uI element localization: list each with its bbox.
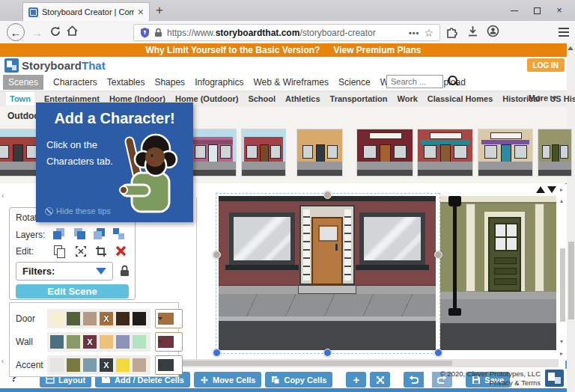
subnav-item-classical-homes[interactable]: Classical Homes xyxy=(428,94,493,103)
send-to-back-icon[interactable] xyxy=(113,228,125,240)
canvas-horizontal-scrollbar[interactable] xyxy=(135,359,559,367)
url-bar[interactable]: https://www.storyboardthat.com/storyboar… xyxy=(133,24,440,41)
new-tab-button[interactable]: + xyxy=(156,3,163,18)
filters-dropdown[interactable]: Filters: xyxy=(16,262,113,281)
tab-science[interactable]: Science xyxy=(338,77,371,88)
swatch-door-4[interactable] xyxy=(116,312,130,325)
palette-dropdown-wall[interactable] xyxy=(155,332,183,352)
scene-thumbnail-street-corner-pink-awning[interactable] xyxy=(189,129,237,177)
more-menu[interactable]: More xyxy=(529,94,557,102)
swatch-wall-5[interactable] xyxy=(133,335,146,349)
tab-textables[interactable]: Textables xyxy=(107,77,145,88)
canvas-scroll-right-icon2[interactable]: ▸ xyxy=(560,350,563,357)
reload-icon[interactable] xyxy=(49,25,61,37)
canvas-scroll-up-icon[interactable] xyxy=(536,186,545,193)
subnav-item-work[interactable]: Work xyxy=(398,94,418,103)
privacy-terms-link[interactable]: Privacy & Terms xyxy=(440,379,541,388)
scene-thumbnail-teal-awning-shop[interactable] xyxy=(417,129,473,177)
canvas-scroll-up-arrow[interactable]: ▴ xyxy=(560,197,563,204)
swatch-accent-1[interactable] xyxy=(67,358,80,372)
scene-thumbnail-olive-townhouse[interactable] xyxy=(538,129,572,177)
swatch-wall-3[interactable] xyxy=(100,335,113,349)
swatch-wall-1[interactable] xyxy=(67,335,80,349)
subnav-item-town[interactable]: Town xyxy=(6,92,34,105)
palette-dropdown-accent[interactable] xyxy=(155,355,183,375)
canvas-scroll-right-icon[interactable]: ▸ xyxy=(560,186,563,193)
footer-logo-icon[interactable] xyxy=(545,370,564,387)
crop-icon[interactable] xyxy=(95,245,107,257)
page-actions-icon[interactable]: ••• xyxy=(409,28,420,37)
canvas-vscroll-thumb[interactable] xyxy=(560,248,565,322)
menu-hamburger-icon[interactable] xyxy=(559,28,569,29)
swatch-accent-2[interactable] xyxy=(83,358,97,372)
scrollbar-up-icon[interactable] xyxy=(568,46,574,50)
move-cells-button[interactable]: Move Cells xyxy=(194,372,261,388)
bookmark-star-icon[interactable]: ☆ xyxy=(424,27,433,39)
selection-handle-bottom[interactable] xyxy=(323,349,332,357)
send-backward-icon[interactable] xyxy=(94,228,106,240)
scene-thumbnail-theater-street[interactable] xyxy=(241,129,286,177)
add-cell-button[interactable]: + xyxy=(346,372,366,388)
scene-thumbnail-cafe-purple-awnings[interactable] xyxy=(478,129,533,177)
forward-button[interactable]: → xyxy=(31,26,43,39)
swatch-door-2[interactable] xyxy=(83,312,97,325)
tab-shapes[interactable]: Shapes xyxy=(154,77,185,88)
maximize-button[interactable] xyxy=(526,0,548,21)
swatch-door-3[interactable]: X xyxy=(100,312,113,325)
resize-icon[interactable] xyxy=(75,245,87,257)
panel-collapse-icon2[interactable]: ‹ xyxy=(1,357,4,365)
swatch-accent-4[interactable] xyxy=(116,358,130,372)
swatch-accent-5[interactable] xyxy=(133,358,146,372)
extension-puzzle-icon[interactable] xyxy=(445,25,458,38)
scene-thumbnail-newsstand[interactable] xyxy=(296,129,343,177)
view-premium-plans-link[interactable]: View Premium Plans xyxy=(333,45,421,55)
home-icon[interactable] xyxy=(66,25,79,37)
lock-element-icon[interactable] xyxy=(119,265,130,278)
browser-tab[interactable]: Storyboard Creator | Comic Stri × xyxy=(22,2,150,21)
swatch-accent-0[interactable] xyxy=(50,358,64,372)
search-input[interactable] xyxy=(386,75,443,88)
selection-handle-left[interactable] xyxy=(213,251,221,259)
selection-handle-right[interactable] xyxy=(434,251,442,259)
subnav-item-school[interactable]: School xyxy=(248,94,276,103)
delete-x-icon[interactable] xyxy=(115,245,127,257)
subnav-item-athletics[interactable]: Athletics xyxy=(285,94,320,103)
tab-close-icon[interactable]: × xyxy=(138,7,144,17)
scene-thumbnail-dark-red-storefront[interactable] xyxy=(356,129,413,177)
storyboardthat-logo-icon[interactable] xyxy=(4,58,19,73)
tab-infographics[interactable]: Infographics xyxy=(195,77,243,88)
swatch-wall-2[interactable]: X xyxy=(83,335,97,349)
search-icon[interactable] xyxy=(448,76,457,85)
tab-web-wireframes[interactable]: Web & Wireframes xyxy=(254,77,329,88)
palette-dropdown-door[interactable] xyxy=(155,309,183,328)
tab-scenes[interactable]: Scenes xyxy=(3,75,43,90)
profile-icon[interactable] xyxy=(487,25,499,37)
subnav-item-transportation[interactable]: Transportation xyxy=(330,94,388,103)
swatch-door-5[interactable] xyxy=(133,312,146,325)
tab-characters[interactable]: Characters xyxy=(53,77,97,88)
swatch-door-0[interactable] xyxy=(50,312,64,325)
hide-tips-link[interactable]: Hide these tips xyxy=(45,206,111,215)
bring-forward-icon[interactable] xyxy=(74,228,86,240)
swatch-wall-4[interactable] xyxy=(116,335,130,349)
canvas-vertical-scrollbar[interactable]: ▸ ▴ ▾ ▸ xyxy=(559,184,567,361)
undo-button[interactable] xyxy=(404,372,424,388)
brand-name[interactable]: StoryboardThat xyxy=(22,59,106,72)
page-scrollbar-thumb[interactable] xyxy=(568,242,574,319)
swatch-accent-3[interactable]: X xyxy=(100,358,113,372)
minimize-button[interactable] xyxy=(503,0,526,21)
canvas-scroll-down-icon[interactable] xyxy=(547,186,556,193)
bring-to-front-icon[interactable] xyxy=(53,228,65,240)
selection-handle-bottom-left[interactable] xyxy=(213,349,221,357)
selection-handle-top[interactable] xyxy=(323,191,332,199)
copy-element-icon[interactable] xyxy=(53,245,65,257)
resize-cells-button[interactable] xyxy=(370,372,390,388)
panel-collapse-icon[interactable]: ‹ xyxy=(1,192,4,200)
edit-scene-button[interactable]: Edit Scene xyxy=(16,284,129,298)
canvas-scroll-down-arrow[interactable]: ▾ xyxy=(560,338,563,345)
canvas-hscroll-thumb[interactable] xyxy=(138,361,452,366)
tracking-shield-icon[interactable] xyxy=(140,27,150,38)
download-icon[interactable] xyxy=(467,25,478,37)
login-button[interactable]: LOG IN xyxy=(527,58,565,72)
premium-banner[interactable]: Why Limit Yourself to the Basic Version?… xyxy=(0,43,567,57)
